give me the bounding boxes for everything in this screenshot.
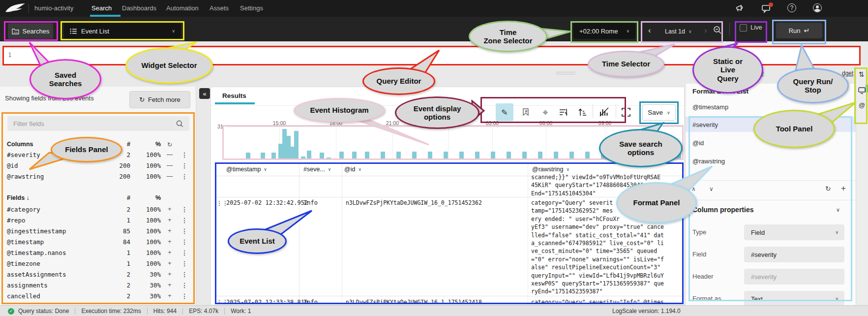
account-avatar-icon[interactable] xyxy=(813,3,822,12)
kebab-menu-icon[interactable]: ⋮ xyxy=(179,217,190,224)
cell-timestamp[interactable]: 2025-07-02 12:33:38.810 xyxy=(226,299,308,304)
save-search-button[interactable]: Save ∨ xyxy=(642,104,676,121)
histogram-bar[interactable] xyxy=(327,158,331,159)
kebab-menu-icon[interactable]: ⋮ xyxy=(179,173,190,180)
add-column-icon[interactable]: + xyxy=(161,292,179,299)
column-header-severity[interactable]: #seve...∨ xyxy=(303,166,331,173)
field-row[interactable]: @rawstring200100%—⋮ xyxy=(0,171,195,182)
histogram-bar[interactable] xyxy=(365,152,369,159)
widget-link-fragment[interactable]: dget xyxy=(842,70,853,77)
kebab-menu-icon[interactable]: ⋮ xyxy=(179,206,190,213)
move-up-icon[interactable]: ∧ xyxy=(691,186,696,192)
histogram-bar[interactable] xyxy=(381,152,385,159)
histogram-bar[interactable] xyxy=(459,152,464,159)
cell-severity[interactable]: Info xyxy=(303,299,318,304)
cell-id[interactable]: n3LDvwFZsPjPKYtaDeJUWGIW_16_0_1751452362 xyxy=(346,199,526,206)
add-column-icon[interactable]: + xyxy=(161,206,179,213)
widget-selector-dropdown[interactable]: Event List ∨ xyxy=(64,23,181,39)
format-item-timestamp[interactable]: @timestamp xyxy=(692,103,728,111)
property-dropdown-format-as[interactable]: Text∨ xyxy=(744,291,844,307)
kebab-menu-icon[interactable]: ⋮ xyxy=(179,162,190,169)
histogram-bar[interactable] xyxy=(585,152,590,159)
field-row[interactable]: #category2100%+⋮ xyxy=(0,204,195,215)
remove-column-icon[interactable]: — xyxy=(161,162,179,169)
nav-item-settings[interactable]: Settings xyxy=(240,4,263,12)
resize-handle[interactable] xyxy=(556,74,575,74)
kebab-menu-icon[interactable]: ⋮ xyxy=(179,292,190,300)
field-row[interactable]: @timestamp.nanos1100%+⋮ xyxy=(0,247,195,258)
move-down-icon[interactable]: ∨ xyxy=(709,186,714,192)
wrap-text-icon[interactable] xyxy=(559,108,569,117)
live-checkbox[interactable] xyxy=(740,24,747,32)
sort-descending-icon[interactable]: ↓ xyxy=(27,194,30,201)
results-tab[interactable]: Results xyxy=(222,92,246,99)
kebab-menu-icon[interactable]: ⋮ xyxy=(179,282,190,289)
histogram-bar[interactable] xyxy=(491,152,495,159)
column-header-id[interactable]: @id∨ xyxy=(344,166,361,173)
column-header-timestamp[interactable]: @timestamp∨ xyxy=(226,166,267,173)
display-options-icon[interactable] xyxy=(858,87,866,94)
remove-bookmark-icon[interactable] xyxy=(521,107,531,117)
histogram-bar[interactable] xyxy=(569,152,574,159)
histogram-bar[interactable] xyxy=(444,152,448,159)
add-column-icon[interactable]: + xyxy=(841,184,846,193)
refresh-columns-icon[interactable]: ↻ xyxy=(825,185,831,192)
announcement-megaphone-icon[interactable] xyxy=(735,3,746,13)
cell-severity[interactable]: Info xyxy=(303,199,318,206)
kebab-menu-icon[interactable]: ⋮ xyxy=(179,151,190,158)
field-row[interactable]: assetAssignments230%+⋮ xyxy=(0,269,195,280)
format-item-id[interactable]: @id xyxy=(692,139,704,147)
add-column-icon[interactable]: + xyxy=(161,217,179,223)
toggle-histogram-icon[interactable] xyxy=(599,107,610,118)
add-column-icon[interactable]: + xyxy=(161,260,179,267)
property-input-header[interactable]: #severity xyxy=(744,269,844,284)
field-row[interactable]: #repo1100%+⋮ xyxy=(0,215,195,225)
add-column-icon[interactable]: + xyxy=(161,249,179,256)
help-icon[interactable]: ? xyxy=(787,3,796,12)
cell-timestamp[interactable]: 2025-07-02 12:32:42.952 xyxy=(226,199,308,206)
histogram-bar[interactable] xyxy=(271,153,276,159)
time-back-chevron-icon[interactable]: ‹ xyxy=(648,26,651,35)
field-row[interactable]: @ingesttimestamp85100%+⋮ xyxy=(0,225,195,236)
field-row[interactable]: assignments230%+⋮ xyxy=(0,280,195,290)
histogram-bar[interactable] xyxy=(246,153,250,159)
interactive-query-icon[interactable]: @ xyxy=(859,101,865,109)
time-forward-chevron-icon[interactable]: › xyxy=(704,26,707,35)
zoom-out-time-icon[interactable] xyxy=(713,26,722,34)
cell-id[interactable]: n3LDvwFZsPjPKYtaDeJUWGIW_16_1_1751452418 xyxy=(346,299,526,304)
histogram-bar[interactable] xyxy=(301,157,305,159)
field-row[interactable]: cancelled230%+⋮ xyxy=(0,290,195,301)
histogram-bar[interactable] xyxy=(475,152,479,159)
filter-fields-input[interactable]: Filter fields xyxy=(7,116,189,131)
field-row[interactable]: @timestamp84100%+⋮ xyxy=(0,236,195,247)
sort-order-icon[interactable] xyxy=(577,107,587,117)
property-input-field[interactable]: #severity xyxy=(744,247,844,262)
kebab-menu-icon[interactable]: ⋮ xyxy=(179,260,190,267)
histogram-bar[interactable] xyxy=(320,153,324,159)
resize-handle[interactable] xyxy=(556,72,575,72)
histogram-bar[interactable] xyxy=(261,153,265,159)
histogram-bar[interactable] xyxy=(522,152,527,159)
kebab-menu-icon[interactable]: ⋮ xyxy=(179,271,190,278)
histogram-bar[interactable] xyxy=(554,152,558,159)
histogram-bar[interactable] xyxy=(507,152,511,159)
format-item-severity[interactable]: #severity xyxy=(692,121,718,128)
histogram-bar[interactable] xyxy=(428,152,432,159)
timezone-selector-dropdown[interactable]: +02:00 Rome ∨ xyxy=(573,23,635,39)
column-header-rawstring[interactable]: @rawstring∨ xyxy=(532,166,569,173)
pencil-annotate-icon[interactable]: ✎ xyxy=(498,106,511,119)
histogram-bar[interactable] xyxy=(412,152,417,159)
collapse-sidebar-button[interactable]: « xyxy=(199,88,210,99)
remove-column-icon[interactable]: — xyxy=(161,173,179,180)
kebab-menu-icon[interactable]: ⋮ xyxy=(179,238,190,246)
histogram-bar[interactable] xyxy=(538,152,542,159)
nav-item-search[interactable]: Search xyxy=(91,4,112,12)
saved-searches-button[interactable]: <> Searches xyxy=(8,23,53,39)
histogram-bar[interactable] xyxy=(307,151,311,159)
remove-column-icon[interactable]: — xyxy=(161,151,179,158)
nav-item-dashboards[interactable]: Dashboards xyxy=(122,4,156,12)
fetch-more-button[interactable]: ↻ Fetch more xyxy=(129,91,190,108)
collapse-all-icon[interactable]: ⇅ xyxy=(859,70,865,78)
field-row[interactable]: @timezone1100%+⋮ xyxy=(0,258,195,269)
collapse-section-icon[interactable]: ∨ xyxy=(836,207,840,213)
